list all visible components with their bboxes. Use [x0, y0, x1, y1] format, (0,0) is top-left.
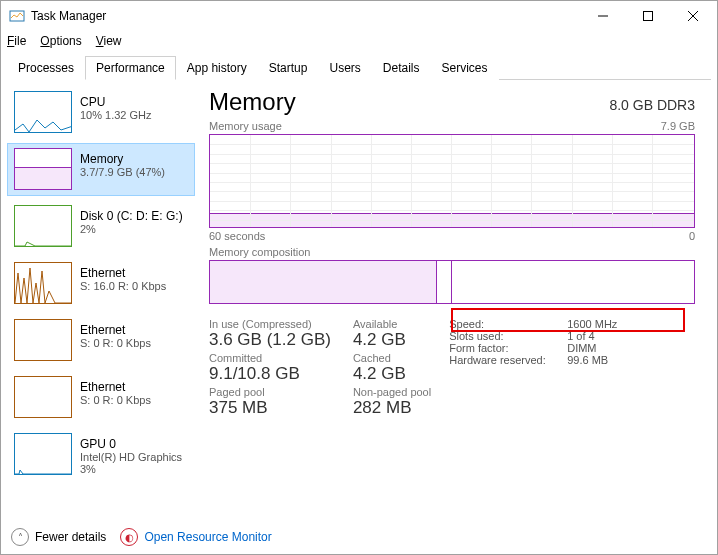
tab-bar: Processes Performance App history Startu… [7, 55, 711, 80]
stat-paged: 375 MB [209, 398, 331, 418]
tab-users[interactable]: Users [318, 56, 371, 80]
memory-composition-chart [209, 260, 695, 304]
ethernet-thumb-icon [14, 376, 72, 418]
detail-title: Memory [209, 88, 296, 116]
stat-in-use: 3.6 GB (1.2 GB) [209, 330, 331, 350]
sidebar-item-disk[interactable]: Disk 0 (C: D: E: G:)2% [7, 200, 195, 253]
task-manager-window: Task Manager File Options View Processes… [0, 0, 718, 555]
ethernet-thumb-icon [14, 262, 72, 304]
composition-label: Memory composition [209, 246, 310, 258]
maximize-button[interactable] [625, 1, 670, 30]
menu-file[interactable]: File [7, 34, 26, 48]
tab-startup[interactable]: Startup [258, 56, 319, 80]
usage-max: 7.9 GB [661, 120, 695, 132]
hw-form: DIMM [567, 342, 596, 354]
stat-nonpaged: 282 MB [353, 398, 431, 418]
memory-hw-info: Speed:1600 MHz Slots used:1 of 4 Form fa… [449, 318, 617, 418]
svg-rect-0 [10, 11, 24, 21]
stat-committed: 9.1/10.8 GB [209, 364, 331, 384]
tab-processes[interactable]: Processes [7, 56, 85, 80]
chevron-up-icon: ˄ [11, 528, 29, 546]
menu-options[interactable]: Options [40, 34, 81, 48]
sidebar-item-gpu[interactable]: GPU 0Intel(R) HD Graphics3% [7, 428, 195, 481]
sidebar-item-cpu[interactable]: CPU10% 1.32 GHz [7, 86, 195, 139]
sidebar: CPU10% 1.32 GHz Memory3.7/7.9 GB (47%) D… [1, 80, 195, 510]
gpu-thumb-icon [14, 433, 72, 475]
tab-performance[interactable]: Performance [85, 56, 176, 80]
open-resource-monitor-link[interactable]: ◐ Open Resource Monitor [120, 528, 271, 546]
app-icon [9, 8, 25, 24]
time-left: 60 seconds [209, 230, 265, 242]
cpu-thumb-icon [14, 91, 72, 133]
sidebar-item-ethernet-2[interactable]: EthernetS: 0 R: 0 Kbps [7, 314, 195, 367]
disk-thumb-icon [14, 205, 72, 247]
time-right: 0 [689, 230, 695, 242]
sidebar-item-ethernet-3[interactable]: EthernetS: 0 R: 0 Kbps [7, 371, 195, 424]
svg-rect-2 [643, 11, 652, 20]
menubar: File Options View [1, 31, 717, 51]
fewer-details-button[interactable]: ˄ Fewer details [11, 528, 106, 546]
highlight-box [451, 308, 685, 332]
titlebar[interactable]: Task Manager [1, 1, 717, 31]
memory-capacity: 8.0 GB DDR3 [609, 97, 695, 113]
footer: ˄ Fewer details ◐ Open Resource Monitor [11, 528, 272, 546]
ethernet-thumb-icon [14, 319, 72, 361]
close-button[interactable] [670, 1, 715, 30]
menu-view[interactable]: View [96, 34, 122, 48]
tab-services[interactable]: Services [431, 56, 499, 80]
usage-label: Memory usage [209, 120, 282, 132]
memory-usage-chart: for(let i=1;i<10;i++)document.write('<di… [209, 134, 695, 228]
hw-reserved: 99.6 MB [567, 354, 608, 366]
detail-panel: Memory 8.0 GB DDR3 Memory usage7.9 GB fo… [195, 80, 717, 510]
sidebar-item-ethernet-1[interactable]: EthernetS: 16.0 R: 0 Kbps [7, 257, 195, 310]
window-title: Task Manager [31, 9, 580, 23]
stat-cached: 4.2 GB [353, 364, 431, 384]
resource-monitor-icon: ◐ [120, 528, 138, 546]
minimize-button[interactable] [580, 1, 625, 30]
memory-stats: In use (Compressed)3.6 GB (1.2 GB) Avail… [209, 318, 431, 418]
sidebar-item-memory[interactable]: Memory3.7/7.9 GB (47%) [7, 143, 195, 196]
tab-app-history[interactable]: App history [176, 56, 258, 80]
tab-details[interactable]: Details [372, 56, 431, 80]
stat-available: 4.2 GB [353, 330, 431, 350]
memory-thumb-icon [14, 148, 72, 190]
